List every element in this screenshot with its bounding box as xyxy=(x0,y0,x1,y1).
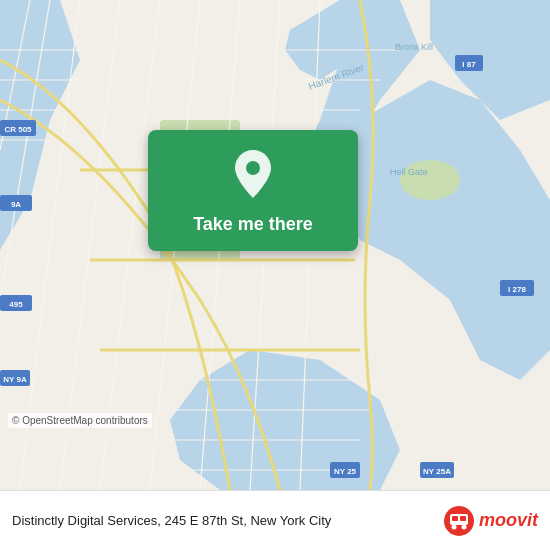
take-me-there-button-label: Take me there xyxy=(193,214,313,235)
svg-rect-58 xyxy=(452,516,458,521)
svg-text:9A: 9A xyxy=(11,200,21,209)
moovit-logo: moovit xyxy=(443,505,538,537)
svg-text:NY 9A: NY 9A xyxy=(3,375,27,384)
svg-text:I 278: I 278 xyxy=(508,285,526,294)
svg-rect-59 xyxy=(460,516,466,521)
location-icon xyxy=(231,148,275,204)
svg-text:NY 25A: NY 25A xyxy=(423,467,451,476)
svg-text:CR 505: CR 505 xyxy=(4,125,32,134)
bottom-bar: Distinctly Digital Services, 245 E 87th … xyxy=(0,490,550,550)
svg-point-55 xyxy=(246,161,260,175)
svg-text:NY 25: NY 25 xyxy=(334,467,357,476)
destination-label: Distinctly Digital Services, 245 E 87th … xyxy=(12,513,435,528)
navigation-card[interactable]: Take me there xyxy=(148,130,358,251)
svg-text:Hell Gate: Hell Gate xyxy=(390,167,428,177)
svg-text:495: 495 xyxy=(9,300,23,309)
map-container: 495 9A I 87 I 278 NY 25 NY 25A NY 9A CR … xyxy=(0,0,550,490)
moovit-brand-text: moovit xyxy=(479,510,538,531)
svg-point-60 xyxy=(451,524,456,529)
svg-text:Bronx Kill: Bronx Kill xyxy=(395,42,433,52)
svg-point-8 xyxy=(400,160,460,200)
svg-text:I 87: I 87 xyxy=(462,60,476,69)
map-attribution: © OpenStreetMap contributors xyxy=(8,413,152,428)
svg-point-61 xyxy=(461,524,466,529)
